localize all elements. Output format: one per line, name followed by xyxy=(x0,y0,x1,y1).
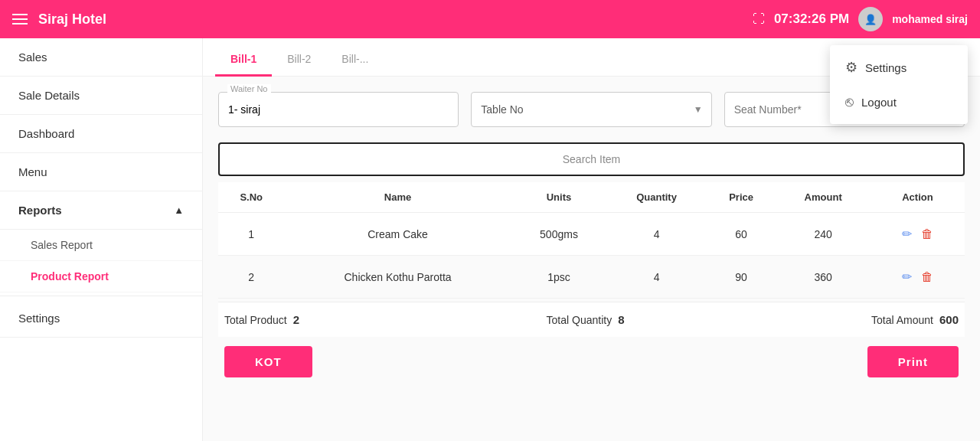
time-display: 07:32:26 PM xyxy=(774,11,849,27)
table-head: S.No Name Units Quantity Price Amount Ac… xyxy=(218,182,965,213)
nav-left: Siraj Hotel xyxy=(12,11,106,28)
cell-quantity: 4 xyxy=(606,213,706,256)
chevron-up-icon: ▲ xyxy=(174,204,184,216)
sidebar-item-settings[interactable]: Settings xyxy=(0,299,202,338)
sidebar-item-product-report[interactable]: Product Report xyxy=(0,261,202,292)
cell-action: ✏ 🗑 xyxy=(871,213,965,256)
search-bar[interactable]: Search Item xyxy=(218,142,965,176)
logout-icon: ⎋ xyxy=(845,94,854,110)
sidebar-item-menu[interactable]: Menu xyxy=(0,153,202,191)
footer-row: Total Product 2 Total Quantity 8 Total A… xyxy=(218,302,965,337)
reports-label: Reports xyxy=(18,204,62,217)
total-amount-label: Total Amount xyxy=(871,314,933,326)
cell-price: 90 xyxy=(707,256,776,299)
edit-button-1[interactable]: ✏ xyxy=(899,266,915,287)
table-row: 2 Chicken Kothu Parotta 1psc 4 90 360 ✏ … xyxy=(218,256,965,299)
delete-button-0[interactable]: 🗑 xyxy=(918,224,936,244)
app-title: Siraj Hotel xyxy=(38,11,106,28)
cell-name: Cream Cake xyxy=(285,213,511,256)
table-select[interactable]: Table No xyxy=(471,92,711,127)
items-table: S.No Name Units Quantity Price Amount Ac… xyxy=(218,182,965,299)
col-units: Units xyxy=(511,182,607,213)
total-amount-stat: Total Amount 600 xyxy=(871,313,959,326)
action-buttons: KOT Print xyxy=(218,337,965,377)
delete-button-1[interactable]: 🗑 xyxy=(918,267,936,287)
settings-label: Settings xyxy=(865,61,906,74)
table-field-group: Table No ▼ xyxy=(471,92,711,127)
dropdown-menu: ⚙ Settings ⎋ Logout xyxy=(830,45,968,124)
user-name: mohamed siraj xyxy=(892,13,968,25)
sidebar-divider xyxy=(0,296,202,296)
sidebar-item-sales[interactable]: Sales xyxy=(0,38,202,77)
nav-right: ⛶ 07:32:26 PM 👤 mohamed siraj ⚙ Settings… xyxy=(753,7,968,31)
logout-label: Logout xyxy=(861,96,897,109)
cell-quantity: 4 xyxy=(606,256,706,299)
sidebar-item-reports[interactable]: Reports ▲ xyxy=(0,191,202,230)
total-amount-value: 600 xyxy=(939,313,959,326)
col-action: Action xyxy=(871,182,965,213)
total-quantity-label: Total Quantity xyxy=(547,314,612,326)
table-row: 1 Cream Cake 500gms 4 60 240 ✏ 🗑 xyxy=(218,213,965,256)
tab-bill-2[interactable]: Bill-2 xyxy=(272,44,326,77)
sidebar-item-sales-report[interactable]: Sales Report xyxy=(0,230,202,261)
col-quantity: Quantity xyxy=(606,182,706,213)
cell-sno: 1 xyxy=(218,213,285,256)
expand-icon[interactable]: ⛶ xyxy=(753,12,765,26)
gear-icon: ⚙ xyxy=(845,59,858,76)
cell-action: ✏ 🗑 xyxy=(871,256,965,299)
total-product-value: 2 xyxy=(293,313,299,326)
sidebar-item-sale-details[interactable]: Sale Details xyxy=(0,77,202,115)
col-price: Price xyxy=(707,182,776,213)
bill-content: Waiter No Table No ▼ Search Item xyxy=(203,77,980,441)
settings-menu-item[interactable]: ⚙ Settings xyxy=(830,50,968,85)
cell-amount: 240 xyxy=(776,213,870,256)
cell-amount: 360 xyxy=(776,256,870,299)
total-quantity-value: 8 xyxy=(618,313,624,326)
waiter-input[interactable] xyxy=(218,92,459,127)
col-name: Name xyxy=(285,182,511,213)
cell-price: 60 xyxy=(707,213,776,256)
avatar[interactable]: 👤 xyxy=(858,7,883,31)
hamburger-menu[interactable] xyxy=(12,14,28,24)
total-product-label: Total Product xyxy=(224,314,287,326)
col-sno: S.No xyxy=(218,182,285,213)
cell-name: Chicken Kothu Parotta xyxy=(285,256,511,299)
logout-menu-item[interactable]: ⎋ Logout xyxy=(830,85,968,119)
col-amount: Amount xyxy=(776,182,870,213)
sidebar-item-dashboard[interactable]: Dashboard xyxy=(0,115,202,153)
kot-button[interactable]: KOT xyxy=(224,346,312,377)
waiter-field-group: Waiter No xyxy=(218,92,459,127)
tab-bill-1[interactable]: Bill-1 xyxy=(215,44,272,77)
print-button[interactable]: Print xyxy=(867,346,959,377)
total-quantity-stat: Total Quantity 8 xyxy=(547,313,625,326)
sidebar: Sales Sale Details Dashboard Menu Report… xyxy=(0,38,203,441)
cell-units: 1psc xyxy=(511,256,607,299)
waiter-label: Waiter No xyxy=(227,84,271,93)
total-product-stat: Total Product 2 xyxy=(224,313,299,326)
cell-sno: 2 xyxy=(218,256,285,299)
edit-button-0[interactable]: ✏ xyxy=(899,224,915,244)
cell-units: 500gms xyxy=(511,213,607,256)
table-body: 1 Cream Cake 500gms 4 60 240 ✏ 🗑 2 Chic xyxy=(218,213,965,299)
top-nav: Siraj Hotel ⛶ 07:32:26 PM 👤 mohamed sira… xyxy=(0,0,980,38)
tab-bill-3[interactable]: Bill-... xyxy=(326,44,384,77)
